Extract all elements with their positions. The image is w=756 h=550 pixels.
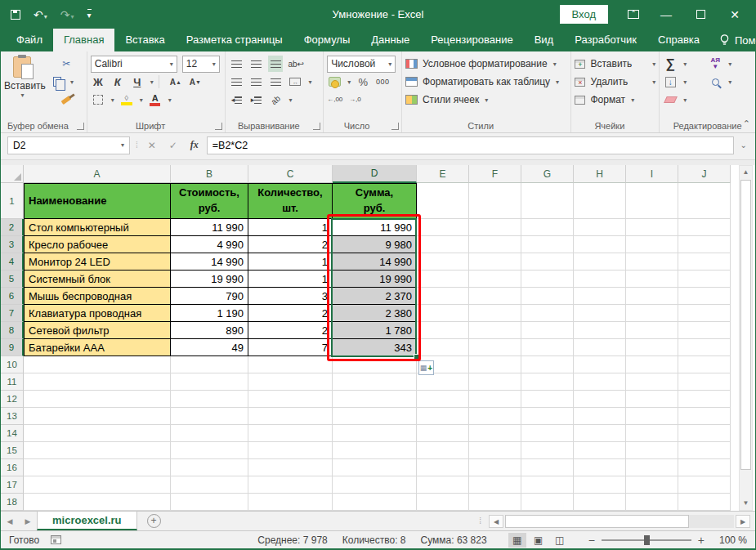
cell-G3[interactable] <box>521 236 574 253</box>
cell-G6[interactable] <box>521 288 574 305</box>
cell-B2[interactable]: 11 990 <box>171 219 248 236</box>
cell-G1[interactable] <box>521 183 574 219</box>
fill-dropdown-icon[interactable]: ▾ <box>683 78 687 86</box>
column-header-I[interactable]: I <box>626 165 678 183</box>
cell-I14[interactable] <box>626 425 678 442</box>
italic-button[interactable]: К <box>110 74 125 90</box>
row-header-18[interactable]: 18 <box>1 494 24 511</box>
row-header-5[interactable]: 5 <box>1 271 24 288</box>
cell-I2[interactable] <box>626 219 678 236</box>
maximize-button[interactable] <box>693 8 708 21</box>
find-dropdown-icon[interactable]: ▾ <box>728 78 731 86</box>
cell-C12[interactable] <box>248 391 333 408</box>
cell-H13[interactable] <box>574 408 626 425</box>
column-header-G[interactable]: G <box>521 165 574 183</box>
column-header-D[interactable]: D <box>333 165 417 183</box>
cell-A16[interactable] <box>24 459 171 476</box>
cell-C8[interactable]: 2 <box>248 322 333 339</box>
cell-I18[interactable] <box>626 494 678 511</box>
column-header-F[interactable]: F <box>469 165 521 183</box>
cell-B16[interactable] <box>171 459 248 476</box>
percent-format-button[interactable]: % <box>356 74 370 90</box>
zoom-slider[interactable] <box>602 539 691 541</box>
cell-D8[interactable]: 1 780 <box>333 322 417 339</box>
insert-cells-button[interactable]: +Вставить▾ <box>575 55 655 73</box>
cell-C10[interactable] <box>248 356 333 373</box>
cell-E8[interactable] <box>417 322 469 339</box>
cell-D9[interactable]: 343 <box>333 339 417 356</box>
increase-decimal-button[interactable]: ←,00 <box>327 92 342 108</box>
cell-F14[interactable] <box>469 425 521 442</box>
cell-J17[interactable] <box>678 476 731 494</box>
tab-разметка страницы[interactable]: Разметка страницы <box>176 29 293 51</box>
cell-D5[interactable]: 19 990 <box>333 271 417 288</box>
currency-dropdown-icon[interactable]: ▾ <box>347 78 351 86</box>
page-layout-view-button[interactable]: ▣ <box>530 533 548 548</box>
cell-C2[interactable]: 1 <box>248 219 333 236</box>
tab-splitter-handle[interactable]: ⁞ <box>479 516 482 525</box>
find-select-button[interactable] <box>708 74 722 90</box>
cell-I7[interactable] <box>626 305 678 322</box>
cell-F7[interactable] <box>469 305 521 322</box>
cell-E3[interactable] <box>417 236 469 253</box>
cell-J9[interactable] <box>678 339 731 356</box>
cell-H8[interactable] <box>574 322 626 339</box>
cell-A2[interactable]: Стол компьютерный <box>24 219 171 236</box>
cell-F16[interactable] <box>469 459 521 476</box>
cell-J1[interactable] <box>678 183 731 219</box>
font-color-dropdown-icon[interactable]: ▾ <box>168 96 172 104</box>
cell-F2[interactable] <box>469 219 521 236</box>
add-sheet-button[interactable]: + <box>147 514 161 528</box>
scroll-down-icon[interactable]: ▼ <box>740 497 752 510</box>
cell-B6[interactable]: 790 <box>171 288 248 305</box>
row-header-4[interactable]: 4 <box>1 253 24 271</box>
cell-A8[interactable]: Сетевой фильтр <box>24 322 171 339</box>
cell-G10[interactable] <box>521 356 574 373</box>
increase-font-button[interactable]: A▲ <box>168 74 183 90</box>
row-header-17[interactable]: 17 <box>1 476 24 494</box>
cell-F6[interactable] <box>469 288 521 305</box>
column-header-A[interactable]: A <box>24 165 171 183</box>
row-header-8[interactable]: 8 <box>1 322 24 339</box>
conditional-formatting-button[interactable]: Условное форматирование▾ <box>405 55 568 73</box>
delete-cells-button[interactable]: ×Удалить▾ <box>575 73 655 91</box>
tab-вставка[interactable]: Вставка <box>114 29 175 51</box>
vertical-scrollbar[interactable]: ▲ ▼ <box>739 165 753 511</box>
cell-J2[interactable] <box>678 219 731 236</box>
cell-E1[interactable] <box>417 183 469 219</box>
row-header-11[interactable]: 11 <box>1 373 24 391</box>
row-header-9[interactable]: 9 <box>1 339 24 356</box>
bold-button[interactable]: Ж <box>91 74 105 90</box>
cell-B13[interactable] <box>171 408 248 425</box>
cell-B9[interactable]: 49 <box>171 339 248 356</box>
cell-J7[interactable] <box>678 305 731 322</box>
cell-I13[interactable] <box>626 408 678 425</box>
cell-A11[interactable] <box>24 373 171 391</box>
merge-center-button[interactable]: ↔ <box>288 74 302 90</box>
cell-B5[interactable]: 19 990 <box>171 271 248 288</box>
cell-F18[interactable] <box>469 494 521 511</box>
cell-B7[interactable]: 1 190 <box>171 305 248 322</box>
cell-E14[interactable] <box>417 425 469 442</box>
cell-D18[interactable] <box>333 494 417 511</box>
cell-I4[interactable] <box>626 253 678 271</box>
paste-button[interactable]: Вставить ▾ <box>4 55 40 109</box>
cell-G5[interactable] <box>521 271 574 288</box>
tab-рецензирование[interactable]: Рецензирование <box>420 29 523 51</box>
cell-I1[interactable] <box>626 183 678 219</box>
formula-input[interactable]: =B2*C2 <box>207 136 734 154</box>
cell-I16[interactable] <box>626 459 678 476</box>
font-dialog-launcher-icon[interactable] <box>215 123 222 130</box>
save-icon[interactable] <box>11 10 20 20</box>
scroll-right-icon[interactable]: ▶ <box>736 515 750 528</box>
cell-H18[interactable] <box>574 494 626 511</box>
cell-B4[interactable]: 14 990 <box>171 253 248 271</box>
row-header-13[interactable]: 13 <box>1 408 24 425</box>
cell-C6[interactable]: 3 <box>248 288 333 305</box>
cell-F17[interactable] <box>469 476 521 494</box>
cell-H17[interactable] <box>574 476 626 494</box>
cell-A9[interactable]: Батарейки AAA <box>24 339 171 356</box>
font-size-combo[interactable]: 12▾ <box>182 56 220 73</box>
cell-G16[interactable] <box>521 459 574 476</box>
select-all-corner[interactable] <box>1 165 24 183</box>
